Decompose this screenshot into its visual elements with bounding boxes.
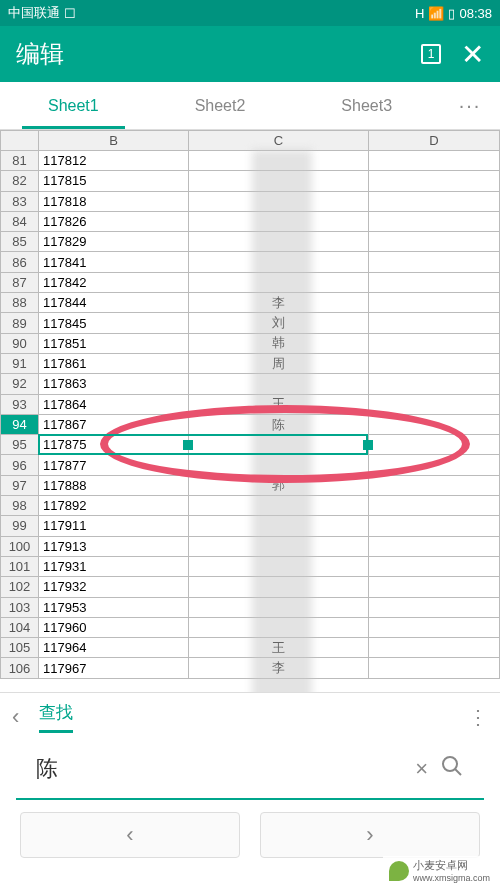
cell-d[interactable] [369,536,500,556]
row-header[interactable]: 87 [1,272,39,292]
row-header[interactable]: 94 [1,414,39,434]
table-row[interactable]: 96117877 [1,455,500,475]
table-row[interactable]: 101117931 [1,556,500,576]
row-header[interactable]: 89 [1,313,39,333]
table-row[interactable]: 104117960 [1,617,500,637]
cell-c[interactable]: 韩 [189,333,369,353]
row-header[interactable]: 90 [1,333,39,353]
cell-c[interactable] [189,617,369,637]
cell-b[interactable]: 117841 [39,252,189,272]
cell-d[interactable] [369,232,500,252]
cell-c[interactable] [189,374,369,394]
col-header-b[interactable]: B [39,131,189,151]
cell-d[interactable] [369,313,500,333]
table-row[interactable]: 97117888郭 [1,475,500,495]
cell-c[interactable] [189,577,369,597]
cell-d[interactable] [369,638,500,658]
tab-sheet3[interactable]: Sheet3 [293,82,440,129]
cell-c[interactable]: 陈 [189,414,369,434]
page-count-icon[interactable]: 1 [421,44,441,64]
cell-b[interactable]: 117863 [39,374,189,394]
cell-c[interactable] [189,556,369,576]
cell-c[interactable]: 王 [189,394,369,414]
cell-c[interactable]: 李 [189,293,369,313]
cell-b[interactable]: 117842 [39,272,189,292]
table-row[interactable]: 87117842 [1,272,500,292]
cell-d[interactable] [369,658,500,678]
table-row[interactable]: 90117851韩 [1,333,500,353]
cell-b[interactable]: 117818 [39,191,189,211]
tab-sheet2[interactable]: Sheet2 [147,82,294,129]
cell-d[interactable] [369,252,500,272]
table-row[interactable]: 86117841 [1,252,500,272]
row-header[interactable]: 100 [1,536,39,556]
row-header[interactable]: 106 [1,658,39,678]
cell-d[interactable] [369,516,500,536]
row-header[interactable]: 86 [1,252,39,272]
cell-d[interactable] [369,151,500,171]
cell-c[interactable] [189,516,369,536]
cell-d[interactable] [369,374,500,394]
cell-b[interactable]: 117892 [39,496,189,516]
find-prev-button[interactable]: ‹ [20,812,240,858]
close-icon[interactable]: ✕ [461,38,484,71]
table-row[interactable]: 92117863 [1,374,500,394]
cell-b[interactable]: 117877 [39,455,189,475]
table-row[interactable]: 105117964王 [1,638,500,658]
row-header[interactable]: 84 [1,211,39,231]
cell-b[interactable]: 117960 [39,617,189,637]
cell-c[interactable] [189,536,369,556]
table-row[interactable]: 102117932 [1,577,500,597]
cell-d[interactable] [369,475,500,495]
search-input[interactable] [36,756,403,782]
table-row[interactable]: 84117826 [1,211,500,231]
cell-c[interactable] [189,272,369,292]
table-row[interactable]: 98117892 [1,496,500,516]
row-header[interactable]: 95 [1,435,39,455]
cell-b[interactable]: 117967 [39,658,189,678]
table-row[interactable]: 81117812 [1,151,500,171]
cell-d[interactable] [369,414,500,434]
cell-b[interactable]: 117953 [39,597,189,617]
table-row[interactable]: 91117861周 [1,353,500,373]
cell-b[interactable]: 117867 [39,414,189,434]
row-header[interactable]: 96 [1,455,39,475]
row-header[interactable]: 101 [1,556,39,576]
table-row[interactable]: 83117818 [1,191,500,211]
col-header-d[interactable]: D [369,131,500,151]
row-header[interactable]: 93 [1,394,39,414]
cell-b[interactable]: 117888 [39,475,189,495]
row-header[interactable]: 83 [1,191,39,211]
cell-c[interactable]: 刘 [189,313,369,333]
cell-b[interactable]: 117964 [39,638,189,658]
cell-d[interactable] [369,293,500,313]
row-header[interactable]: 99 [1,516,39,536]
cell-b[interactable]: 117812 [39,151,189,171]
cell-c[interactable] [189,232,369,252]
cell-d[interactable] [369,455,500,475]
table-row[interactable]: 99117911 [1,516,500,536]
row-header[interactable]: 88 [1,293,39,313]
cell-b[interactable]: 117861 [39,353,189,373]
cell-b[interactable]: 117875 [39,435,189,455]
cell-d[interactable] [369,577,500,597]
cell-c[interactable]: 王 [189,638,369,658]
cell-d[interactable] [369,556,500,576]
row-header[interactable]: 102 [1,577,39,597]
cell-d[interactable] [369,394,500,414]
cell-c[interactable]: 周 [189,353,369,373]
find-tab-label[interactable]: 查找 [39,701,73,733]
cell-d[interactable] [369,272,500,292]
cell-d[interactable] [369,597,500,617]
search-icon[interactable] [440,754,464,784]
clear-icon[interactable]: × [415,756,428,782]
table-row[interactable]: 103117953 [1,597,500,617]
table-row[interactable]: 100117913 [1,536,500,556]
corner-cell[interactable] [1,131,39,151]
cell-d[interactable] [369,171,500,191]
row-header[interactable]: 104 [1,617,39,637]
find-back-button[interactable]: ‹ [12,704,19,730]
cell-b[interactable]: 117932 [39,577,189,597]
row-header[interactable]: 98 [1,496,39,516]
cell-b[interactable]: 117913 [39,536,189,556]
